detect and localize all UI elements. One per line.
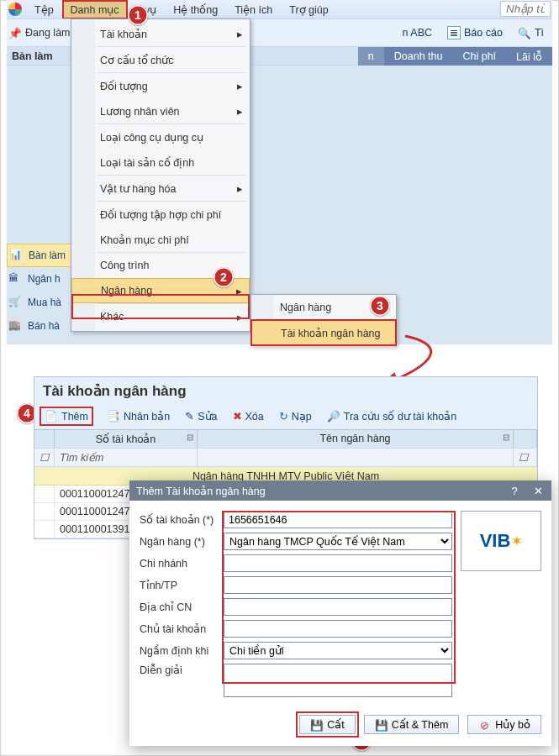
search-icon: 🔍 [518, 27, 531, 39]
step-badge-2: 2 [214, 267, 234, 287]
save-button[interactable]: 💾 Cất [299, 715, 356, 734]
dialog-form: Số tài khoản (*) Ngân hàng (*) Ngân hàng… [140, 511, 452, 701]
sidebar: 📊 Bàn làm 🏛 Ngân h 🛒 Mua hà 🏬 Bán hà [7, 244, 74, 338]
input-account-number[interactable] [224, 511, 452, 528]
filter-account[interactable]: Tìm kiếm [55, 449, 198, 466]
submenu-bank-account[interactable]: Tài khoản ngân hàng [251, 320, 396, 345]
save-add-icon: 💾 [375, 719, 387, 731]
reload-icon: ↻ [279, 410, 288, 423]
tab-cost[interactable]: Chi phí [452, 47, 506, 66]
vib-logo-icon: VIB✶ [480, 530, 523, 552]
edit-icon: ✎ [185, 410, 194, 423]
toolbar-duplicate-button[interactable]: 📑 Nhân bản [107, 410, 170, 423]
breadcrumb-title: Bàn làm [12, 50, 53, 62]
cancel-icon: ⊘ [478, 719, 490, 731]
toolbar-left: 📌 Đang làm [7, 27, 71, 39]
menu-file[interactable]: Tệp [27, 1, 61, 18]
dialog-button-bar: 💾 Cất 💾 Cất & Thêm ⊘ Hủy bỏ [129, 708, 551, 746]
desktop-icon: 📊 [9, 249, 24, 262]
dd-costitem[interactable]: Khoản mục chi phí [71, 227, 250, 252]
dd-costobj[interactable]: Đối tượng tập hợp chi phí [71, 202, 250, 227]
dd-accounts[interactable]: Tài khoản [71, 21, 250, 46]
save-and-add-button[interactable]: 💾 Cất & Thêm [364, 715, 460, 734]
working-label: Đang làm [25, 27, 71, 39]
grid-header: Số tài khoản Tên ngân hàng [34, 429, 537, 448]
input-branch[interactable] [224, 554, 452, 572]
cart-icon: 🛒 [8, 296, 24, 309]
dd-salary[interactable]: Lương nhân viên [71, 98, 250, 123]
tab-revenue[interactable]: Doanh thu [384, 47, 453, 66]
label-bank: Ngân hàng (*) [140, 536, 224, 548]
dialog-titlebar[interactable]: Thêm Tài khoản ngân hàng ? ✕ [129, 480, 551, 501]
menubar: Tệp Danh mục p vụ Hệ thống Tiện ích Trợ … [7, 0, 552, 18]
add-bank-account-dialog: Thêm Tài khoản ngân hàng ? ✕ Số tài khoả… [129, 480, 551, 746]
global-search-input[interactable] [500, 1, 551, 17]
delete-icon: ✖ [233, 410, 242, 423]
menu-util[interactable]: Tiện ích [227, 1, 280, 18]
label-province: Tỉnh/TP [140, 579, 224, 591]
copy-icon: 📑 [107, 410, 120, 423]
toolbar-lookup-button[interactable]: 🔎 Tra cứu số dư tài khoản [327, 410, 456, 423]
store-icon: 🏬 [8, 319, 24, 333]
sidebar-item-purchase[interactable]: 🛒 Mua hà [7, 291, 74, 314]
dialog-help-button[interactable]: ? [503, 485, 526, 497]
bank-logo: VIB✶ [461, 511, 541, 701]
step-badge-1: 1 [128, 5, 148, 25]
abc-label: n ABC [403, 27, 432, 39]
toolbar-right: n ABC ≣ Báo cáo 🔍 Tì [403, 26, 552, 39]
input-owner[interactable] [224, 620, 452, 638]
dd-other[interactable]: Khác [71, 304, 250, 329]
input-branch-address[interactable] [224, 598, 452, 616]
label-note: Diễn giải [140, 664, 224, 676]
menu-catalog[interactable]: Danh mục [63, 1, 127, 18]
select-default-when[interactable]: Chi tiền gửi [224, 642, 452, 659]
bank-icon: 🏛 [8, 272, 24, 286]
dialog-close-button[interactable]: ✕ [526, 485, 550, 497]
label-account-number: Số tài khoản (*) [140, 513, 224, 526]
app-logo-icon [8, 3, 22, 16]
dd-goods[interactable]: Vật tư hàng hóa [71, 176, 250, 201]
menu-system[interactable]: Hệ thống [166, 1, 225, 18]
toolbar-reload-button[interactable]: ↻ Nạp [279, 410, 312, 423]
grid-filter-row: ☐ Tìm kiếm ☐ [34, 448, 537, 467]
filter-checkbox[interactable]: ☐ [34, 449, 55, 466]
label-default-when: Ngầm định khi [140, 644, 224, 657]
label-owner: Chủ tài khoản [140, 622, 224, 635]
sidebar-item-bank[interactable]: 🏛 Ngân h [7, 267, 74, 291]
panel-title: Tài khoản ngân hàng [34, 377, 537, 403]
toolbar-add-button[interactable]: 📄 Thêm [41, 408, 92, 424]
add-icon: 📄 [45, 410, 58, 423]
toolbar-edit-button[interactable]: ✎ Sửa [185, 410, 217, 423]
input-province[interactable] [224, 576, 452, 594]
label-branch-address: Địa chỉ CN [140, 601, 224, 613]
dd-orgstruct[interactable]: Cơ cấu tổ chức [71, 47, 250, 72]
panel-toolbar: 📄 Thêm 📑 Nhân bản ✎ Sửa ✖ Xóa ↻ Nạp 🔎 Tr… [34, 403, 537, 429]
tab-profit[interactable]: Lãi lỗ [506, 47, 552, 66]
step-badge-3: 3 [370, 296, 390, 316]
dd-tooltype[interactable]: Loại công cụ dụng cụ [71, 124, 250, 150]
col-bank-name[interactable]: Tên ngân hàng [198, 430, 514, 448]
dd-partners[interactable]: Đối tượng [71, 73, 250, 98]
select-bank[interactable]: Ngân hàng TMCP Quốc Tế Việt Nam [224, 533, 452, 550]
filter-check2[interactable]: ☐ [514, 449, 537, 466]
cancel-button[interactable]: ⊘ Hủy bỏ [467, 715, 541, 734]
col-account-number[interactable]: Số tài khoản [55, 430, 198, 448]
sidebar-item-sales[interactable]: 🏬 Bán hà [7, 314, 74, 338]
report-button[interactable]: ≣ Báo cáo [447, 26, 503, 39]
find-button[interactable]: 🔍 Tì [518, 27, 544, 39]
save-icon: 💾 [310, 719, 322, 731]
menu-help[interactable]: Trợ giúp [282, 1, 335, 18]
app-window: Tệp Danh mục p vụ Hệ thống Tiện ích Trợ … [7, 0, 552, 344]
dialog-title: Thêm Tài khoản ngân hàng [136, 485, 266, 497]
filter-bank[interactable] [198, 449, 514, 466]
toolbar-delete-button[interactable]: ✖ Xóa [233, 410, 264, 423]
tab-0[interactable]: n [358, 47, 384, 66]
sidebar-item-desktop[interactable]: 📊 Bàn làm [7, 244, 74, 267]
content-tabs: n Doanh thu Chi phí Lãi lỗ [358, 47, 552, 66]
pin-icon: 📌 [8, 27, 22, 39]
lookup-icon: 🔎 [327, 410, 340, 423]
textarea-note[interactable] [224, 664, 452, 697]
dd-assettype[interactable]: Loại tài sản cố định [71, 150, 250, 175]
label-branch: Chi nhánh [140, 558, 224, 570]
report-icon: ≣ [447, 26, 461, 39]
